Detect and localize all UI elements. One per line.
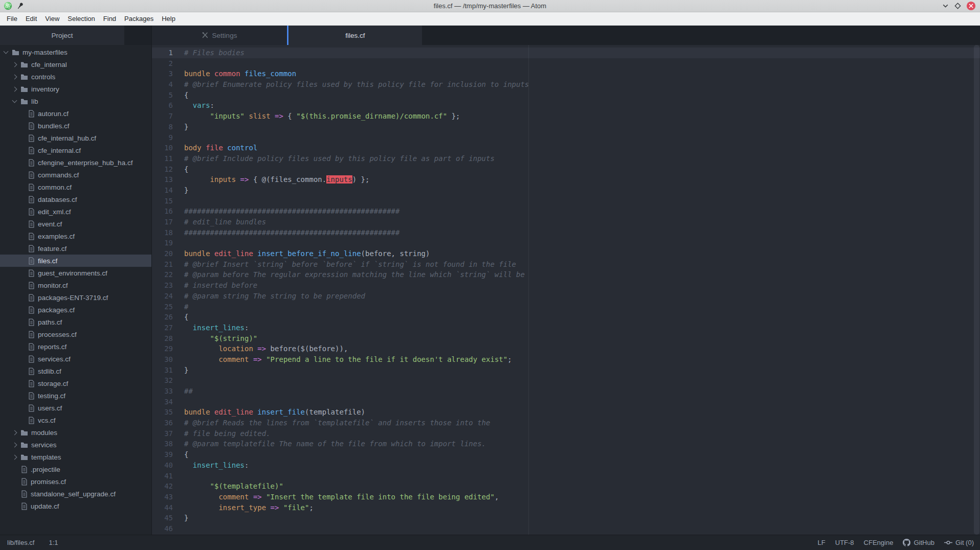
- chevron-right-icon[interactable]: [12, 86, 17, 91]
- tree-file-testing-cf[interactable]: testing.cf: [0, 389, 151, 402]
- line-number[interactable]: 23: [152, 280, 173, 291]
- code-line-40[interactable]: 40 insert_lines:: [152, 460, 980, 471]
- code-line-36[interactable]: 36# @brief Reads the lines from `templat…: [152, 418, 980, 428]
- status-lf[interactable]: LF: [818, 539, 826, 546]
- line-number[interactable]: 19: [152, 238, 173, 248]
- code-line-46[interactable]: 46: [152, 523, 980, 534]
- line-number[interactable]: 39: [152, 449, 173, 460]
- menu-find[interactable]: Find: [99, 15, 120, 22]
- tree-file-vcs-cf[interactable]: vcs.cf: [0, 414, 151, 426]
- line-number[interactable]: 34: [152, 397, 173, 407]
- maximize-button[interactable]: [954, 2, 962, 10]
- code-line-16[interactable]: 16######################################…: [152, 206, 980, 217]
- tree-file-autorun-cf[interactable]: autorun.cf: [0, 107, 151, 120]
- code-line-37[interactable]: 37# file being edited.: [152, 428, 980, 439]
- line-number[interactable]: 36: [152, 418, 173, 428]
- tab-settings[interactable]: Settings: [152, 26, 287, 45]
- tree-folder-inventory[interactable]: inventory: [0, 83, 151, 95]
- tree-file-examples-cf[interactable]: examples.cf: [0, 230, 151, 242]
- tree-file-stdlib-cf[interactable]: stdlib.cf: [0, 365, 151, 377]
- line-number[interactable]: 1: [152, 48, 173, 58]
- tree-file-guest-environments-cf[interactable]: guest_environments.cf: [0, 267, 151, 279]
- close-button[interactable]: [966, 1, 976, 11]
- line-number[interactable]: 13: [152, 174, 173, 185]
- status-github[interactable]: GitHub: [903, 539, 934, 546]
- line-number[interactable]: 38: [152, 439, 173, 449]
- chevron-right-icon[interactable]: [12, 74, 17, 79]
- tree-file-cfe-internal-cf[interactable]: cfe_internal.cf: [0, 144, 151, 156]
- line-number[interactable]: 3: [152, 68, 173, 79]
- tree-folder-services[interactable]: services: [0, 439, 151, 451]
- line-number[interactable]: 41: [152, 471, 173, 482]
- line-number[interactable]: 37: [152, 428, 173, 439]
- tree-folder-templates[interactable]: templates: [0, 451, 151, 463]
- line-number[interactable]: 2: [152, 58, 173, 69]
- tree-file-packages-ent-3719-cf[interactable]: packages-ENT-3719.cf: [0, 291, 151, 304]
- status-git-0-[interactable]: Git (0): [944, 539, 974, 546]
- tree-folder-lib[interactable]: lib: [0, 95, 151, 107]
- code-line-28[interactable]: 28 "$(string)": [152, 333, 980, 344]
- tree-file-cfe-internal-hub-cf[interactable]: cfe_internal_hub.cf: [0, 132, 151, 144]
- code-line-25[interactable]: 25#: [152, 302, 980, 312]
- code-line-31[interactable]: 31}: [152, 365, 980, 376]
- line-number[interactable]: 28: [152, 333, 173, 344]
- code-line-11[interactable]: 11# @brief Include policy files used by …: [152, 153, 980, 164]
- status-cfengine[interactable]: CFEngine: [864, 539, 894, 546]
- code-line-29[interactable]: 29 location => before($(before)),: [152, 343, 980, 354]
- tree-file-databases-cf[interactable]: databases.cf: [0, 193, 151, 205]
- line-number[interactable]: 20: [152, 248, 173, 259]
- tree-file-common-cf[interactable]: common.cf: [0, 181, 151, 193]
- line-number[interactable]: 26: [152, 312, 173, 323]
- tree-file-paths-cf[interactable]: paths.cf: [0, 316, 151, 328]
- line-number[interactable]: 17: [152, 217, 173, 227]
- tree-file-commands-cf[interactable]: commands.cf: [0, 169, 151, 181]
- code-line-35[interactable]: 35bundle edit_line insert_file(templatef…: [152, 407, 980, 418]
- line-number[interactable]: 24: [152, 291, 173, 302]
- code-line-8[interactable]: 8}: [152, 122, 980, 132]
- code-line-42[interactable]: 42 "$(templatefile)": [152, 481, 980, 492]
- menu-help[interactable]: Help: [158, 15, 180, 22]
- line-number[interactable]: 6: [152, 100, 173, 111]
- tree-file-promises-cf[interactable]: promises.cf: [0, 475, 151, 488]
- code-line-18[interactable]: 18######################################…: [152, 227, 980, 238]
- chevron-right-icon[interactable]: [12, 62, 17, 67]
- code-line-32[interactable]: 32: [152, 375, 980, 386]
- tree-file-storage-cf[interactable]: storage.cf: [0, 377, 151, 389]
- tree-folder-modules[interactable]: modules: [0, 426, 151, 439]
- line-number[interactable]: 29: [152, 343, 173, 354]
- line-number[interactable]: 33: [152, 386, 173, 397]
- chevron-right-icon[interactable]: [12, 442, 17, 447]
- code-line-41[interactable]: 41: [152, 471, 980, 482]
- line-number[interactable]: 12: [152, 164, 173, 175]
- code-line-39[interactable]: 39{: [152, 449, 980, 460]
- code-line-3[interactable]: 3bundle common files_common: [152, 68, 980, 79]
- menu-packages[interactable]: Packages: [120, 15, 158, 22]
- tree-file-packages-cf[interactable]: packages.cf: [0, 304, 151, 316]
- line-number[interactable]: 15: [152, 196, 173, 207]
- line-number[interactable]: 42: [152, 481, 173, 492]
- code-line-7[interactable]: 7 "inputs" slist => { "$(this.promise_di…: [152, 111, 980, 122]
- line-number[interactable]: 40: [152, 460, 173, 471]
- menu-view[interactable]: View: [41, 15, 63, 22]
- tree-file-reports-cf[interactable]: reports.cf: [0, 340, 151, 353]
- line-number[interactable]: 46: [152, 523, 173, 534]
- code-line-15[interactable]: 15: [152, 196, 980, 207]
- line-number[interactable]: 9: [152, 132, 173, 143]
- code-line-21[interactable]: 21# @brief Insert `string` before `befor…: [152, 259, 980, 270]
- line-number[interactable]: 27: [152, 323, 173, 333]
- line-number[interactable]: 31: [152, 365, 173, 376]
- code-line-26[interactable]: 26{: [152, 312, 980, 323]
- menu-edit[interactable]: Edit: [21, 15, 41, 22]
- code-line-20[interactable]: 20bundle edit_line insert_before_if_no_l…: [152, 248, 980, 259]
- code-line-33[interactable]: 33##: [152, 386, 980, 397]
- line-number[interactable]: 25: [152, 302, 173, 312]
- code-editor[interactable]: 1# Files bodies23bundle common files_com…: [152, 45, 980, 535]
- code-line-30[interactable]: 30 comment => "Prepend a line to the fil…: [152, 354, 980, 365]
- line-number[interactable]: 44: [152, 502, 173, 513]
- code-line-38[interactable]: 38# @param templatefile The name of the …: [152, 439, 980, 449]
- line-number[interactable]: 10: [152, 143, 173, 153]
- code-line-10[interactable]: 10body file control: [152, 143, 980, 153]
- code-line-24[interactable]: 24# @param string The string to be prepe…: [152, 291, 980, 302]
- line-number[interactable]: 43: [152, 492, 173, 502]
- line-number[interactable]: 16: [152, 206, 173, 217]
